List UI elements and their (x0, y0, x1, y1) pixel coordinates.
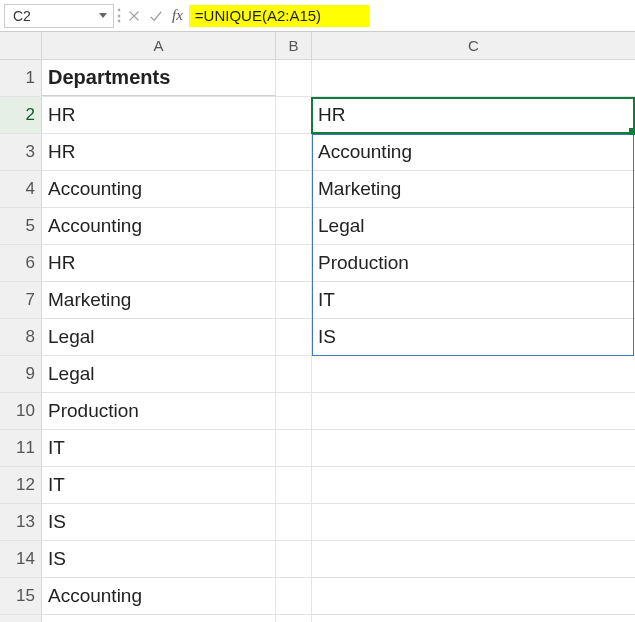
cell[interactable]: Production (42, 393, 276, 429)
cell[interactable] (276, 60, 312, 96)
row-header[interactable]: 7 (0, 282, 42, 318)
row: 7 Marketing IT (0, 282, 635, 319)
row-header[interactable]: 8 (0, 319, 42, 355)
row: 8 Legal IS (0, 319, 635, 356)
cell[interactable]: Legal (42, 319, 276, 355)
cell[interactable] (312, 467, 635, 503)
cell[interactable] (312, 504, 635, 540)
chevron-down-icon (99, 13, 107, 18)
cell[interactable]: Marketing (312, 171, 635, 207)
cell[interactable] (276, 245, 312, 281)
spreadsheet-grid: A B C 1 Departments 2 HR HR 3 HR Account… (0, 32, 635, 622)
column-header-A[interactable]: A (42, 32, 276, 59)
separator: ⋮ (116, 6, 122, 26)
cell[interactable]: HR (42, 97, 276, 133)
row: 14 IS (0, 541, 635, 578)
cell[interactable] (276, 282, 312, 318)
enter-icon[interactable] (146, 5, 166, 27)
cell[interactable]: IT (312, 282, 635, 318)
cell[interactable]: IS (312, 319, 635, 355)
formula-bar: C2 ⋮ fx =UNIQUE(A2:A15) (0, 0, 635, 32)
cancel-icon[interactable] (124, 5, 144, 27)
row: 6 HR Production (0, 245, 635, 282)
cell[interactable]: Legal (42, 356, 276, 392)
row-header[interactable]: 12 (0, 467, 42, 503)
name-box-value: C2 (13, 8, 31, 24)
row-header[interactable]: 1 (0, 60, 42, 96)
row: 3 HR Accounting (0, 134, 635, 171)
cell[interactable] (312, 393, 635, 429)
column-header-C[interactable]: C (312, 32, 635, 59)
cell[interactable] (276, 615, 312, 622)
cell[interactable]: HR (42, 245, 276, 281)
cell[interactable]: IT (42, 430, 276, 466)
cell[interactable]: Accounting (42, 171, 276, 207)
row-header[interactable]: 6 (0, 245, 42, 281)
row: 11 IT (0, 430, 635, 467)
cell[interactable]: Legal (312, 208, 635, 244)
row: 4 Accounting Marketing (0, 171, 635, 208)
row: 9 Legal (0, 356, 635, 393)
row: 13 IS (0, 504, 635, 541)
cell[interactable] (276, 504, 312, 540)
cell[interactable] (312, 615, 635, 622)
cell[interactable] (276, 467, 312, 503)
column-headers: A B C (0, 32, 635, 60)
row-header[interactable]: 16 (0, 615, 42, 622)
cell[interactable] (312, 430, 635, 466)
cell[interactable] (276, 356, 312, 392)
cell[interactable] (42, 615, 276, 622)
cell[interactable]: Accounting (42, 208, 276, 244)
cell[interactable] (276, 171, 312, 207)
row-header[interactable]: 3 (0, 134, 42, 170)
row-header[interactable]: 10 (0, 393, 42, 429)
formula-input[interactable]: =UNIQUE(A2:A15) (189, 5, 369, 27)
cell[interactable] (276, 134, 312, 170)
row-header[interactable]: 13 (0, 504, 42, 540)
cell[interactable]: IS (42, 504, 276, 540)
row-header[interactable]: 11 (0, 430, 42, 466)
cell[interactable] (276, 208, 312, 244)
cell[interactable] (276, 541, 312, 577)
cell[interactable] (276, 430, 312, 466)
row-header[interactable]: 9 (0, 356, 42, 392)
cell[interactable]: HR (42, 134, 276, 170)
name-box[interactable]: C2 (4, 4, 114, 28)
cell[interactable]: IS (42, 541, 276, 577)
formula-input-rest[interactable] (371, 5, 631, 27)
grid-body: 1 Departments 2 HR HR 3 HR Accounting 4 … (0, 60, 635, 622)
cell[interactable]: IT (42, 467, 276, 503)
select-all-corner[interactable] (0, 32, 42, 59)
fx-label[interactable]: fx (168, 7, 187, 24)
row-header[interactable]: 14 (0, 541, 42, 577)
row-header[interactable]: 5 (0, 208, 42, 244)
row: 12 IT (0, 467, 635, 504)
column-header-B[interactable]: B (276, 32, 312, 59)
cell[interactable] (276, 393, 312, 429)
cell[interactable]: Accounting (42, 578, 276, 614)
row-header[interactable]: 15 (0, 578, 42, 614)
row: 1 Departments (0, 60, 635, 97)
cell[interactable] (276, 319, 312, 355)
cell[interactable]: Production (312, 245, 635, 281)
cell[interactable] (276, 97, 312, 133)
row-header[interactable]: 4 (0, 171, 42, 207)
cell[interactable] (312, 541, 635, 577)
cell[interactable]: Accounting (312, 134, 635, 170)
row: 10 Production (0, 393, 635, 430)
row: 15 Accounting (0, 578, 635, 615)
cell[interactable] (312, 578, 635, 614)
cell[interactable] (312, 60, 635, 96)
cell[interactable]: Departments (42, 60, 276, 96)
row: 5 Accounting Legal (0, 208, 635, 245)
cell[interactable]: Marketing (42, 282, 276, 318)
row: 2 HR HR (0, 97, 635, 134)
cell[interactable]: HR (312, 97, 635, 133)
row-header[interactable]: 2 (0, 97, 42, 133)
row: 16 (0, 615, 635, 622)
cell[interactable] (312, 356, 635, 392)
cell[interactable] (276, 578, 312, 614)
